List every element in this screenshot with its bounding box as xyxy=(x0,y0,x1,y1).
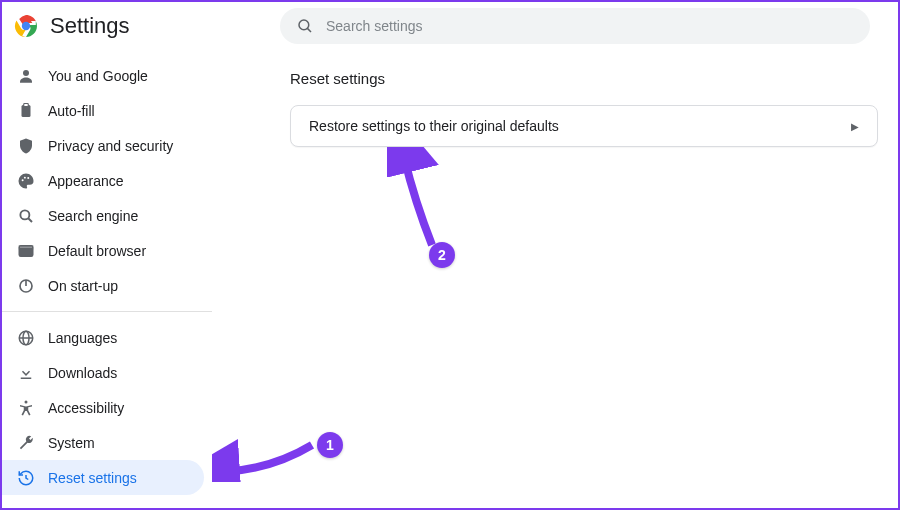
sidebar: You and Google Auto-fill Privacy and sec… xyxy=(2,50,212,508)
sidebar-item-label: Downloads xyxy=(48,365,117,381)
restore-defaults-card[interactable]: Restore settings to their original defau… xyxy=(290,105,878,147)
svg-line-4 xyxy=(307,28,311,32)
sidebar-item-label: Search engine xyxy=(48,208,138,224)
browser-icon xyxy=(16,242,36,260)
page-title: Settings xyxy=(50,13,290,39)
svg-point-3 xyxy=(299,20,309,30)
svg-point-9 xyxy=(24,176,26,178)
search-icon xyxy=(296,17,314,35)
sidebar-item-label: Reset settings xyxy=(48,470,137,486)
sidebar-item-appearance[interactable]: Appearance xyxy=(2,163,204,198)
search-input[interactable] xyxy=(326,18,854,34)
sidebar-item-label: Languages xyxy=(48,330,117,346)
search-icon xyxy=(16,207,36,225)
wrench-icon xyxy=(16,434,36,452)
sidebar-item-privacy-security[interactable]: Privacy and security xyxy=(2,128,204,163)
download-icon xyxy=(16,364,36,382)
svg-line-12 xyxy=(28,218,32,222)
sidebar-item-reset-settings[interactable]: Reset settings xyxy=(2,460,204,495)
sidebar-divider xyxy=(2,311,212,312)
search-box[interactable] xyxy=(280,8,870,44)
sidebar-item-label: You and Google xyxy=(48,68,148,84)
sidebar-item-default-browser[interactable]: Default browser xyxy=(2,233,204,268)
globe-icon xyxy=(16,329,36,347)
sidebar-item-label: On start-up xyxy=(48,278,118,294)
sidebar-item-label: Default browser xyxy=(48,243,146,259)
section-title: Reset settings xyxy=(290,70,878,87)
palette-icon xyxy=(16,172,36,190)
card-label: Restore settings to their original defau… xyxy=(309,118,559,134)
sidebar-item-accessibility[interactable]: Accessibility xyxy=(2,390,204,425)
accessibility-icon xyxy=(16,399,36,417)
sidebar-item-search-engine[interactable]: Search engine xyxy=(2,198,204,233)
shield-icon xyxy=(16,137,36,155)
sidebar-item-downloads[interactable]: Downloads xyxy=(2,355,204,390)
sidebar-item-system[interactable]: System xyxy=(2,425,204,460)
clipboard-icon xyxy=(16,102,36,120)
sidebar-item-label: System xyxy=(48,435,95,451)
svg-point-11 xyxy=(20,210,29,219)
content-area: Reset settings Restore settings to their… xyxy=(212,50,898,508)
svg-rect-14 xyxy=(19,245,33,248)
sidebar-item-languages[interactable]: Languages xyxy=(2,320,204,355)
sidebar-item-label: Auto-fill xyxy=(48,103,95,119)
svg-rect-7 xyxy=(24,103,29,106)
svg-point-5 xyxy=(23,70,29,76)
svg-point-8 xyxy=(22,179,24,181)
person-icon xyxy=(16,67,36,85)
chevron-right-icon: ▶ xyxy=(851,121,859,132)
annotation-badge-2: 2 xyxy=(429,242,455,268)
svg-point-20 xyxy=(25,400,28,403)
svg-point-10 xyxy=(27,177,29,179)
sidebar-item-label: Accessibility xyxy=(48,400,124,416)
sidebar-item-on-start-up[interactable]: On start-up xyxy=(2,268,204,303)
sidebar-item-auto-fill[interactable]: Auto-fill xyxy=(2,93,204,128)
power-icon xyxy=(16,277,36,295)
sidebar-item-you-and-google[interactable]: You and Google xyxy=(2,58,204,93)
chrome-logo-icon xyxy=(14,14,38,38)
sidebar-item-label: Appearance xyxy=(48,173,124,189)
restore-icon xyxy=(16,469,36,487)
annotation-badge-1: 1 xyxy=(317,432,343,458)
sidebar-item-label: Privacy and security xyxy=(48,138,173,154)
